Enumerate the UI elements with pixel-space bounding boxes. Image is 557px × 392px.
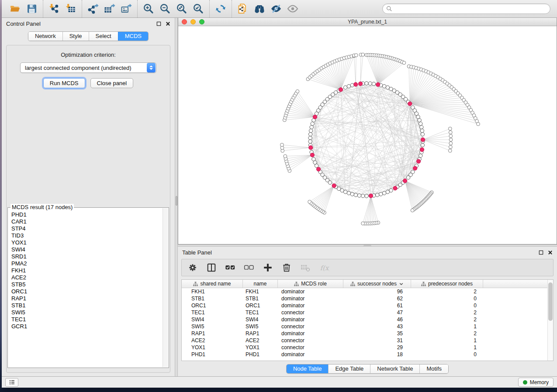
mcds-result-item[interactable]: YOX1 [11, 239, 162, 246]
mcds-result-item[interactable]: TEC1 [11, 316, 162, 323]
horizontal-splitter[interactable] [178, 244, 557, 247]
scrollbar-thumb[interactable] [548, 282, 553, 321]
cell-shared-name: FKH1 [182, 288, 243, 295]
open-file-button[interactable] [7, 1, 24, 16]
cell-successor-nodes: 18 [343, 351, 411, 358]
split-columns-button[interactable] [206, 262, 217, 273]
mcds-result-item[interactable]: CAR1 [11, 218, 162, 225]
splitter-grip[interactable] [363, 245, 371, 247]
network-canvas[interactable] [178, 26, 557, 244]
tab-select[interactable]: Select [89, 32, 118, 41]
mcds-result-item[interactable]: ACE2 [11, 274, 162, 281]
export-image-button[interactable] [118, 1, 135, 16]
close-panel-icon[interactable] [547, 250, 553, 255]
mcds-result-item[interactable]: PMA2 [11, 260, 162, 267]
network-window-titlebar[interactable]: YPA_prune.txt_1 [178, 18, 557, 26]
float-panel-icon[interactable] [156, 21, 161, 26]
import-table-icon [65, 3, 76, 14]
search-box[interactable] [382, 3, 550, 14]
cell-MCDS-role: connector [278, 323, 343, 330]
tab-network[interactable]: Network [28, 32, 62, 41]
table-row[interactable]: ORC1ORC1dominator610 [182, 302, 553, 309]
table-panel: Table Panel f(x) shared namenameMCDS rol… [178, 247, 557, 376]
close-panel-icon[interactable] [165, 21, 170, 26]
column-header-name[interactable]: name [243, 280, 278, 288]
export-network-button[interactable] [85, 1, 101, 16]
column-header-MCDS-role[interactable]: MCDS role [278, 280, 343, 288]
refresh-view-button[interactable] [212, 1, 229, 16]
mcds-result-item[interactable]: STB5 [11, 281, 162, 288]
mcds-result-item[interactable]: ORC1 [11, 288, 162, 295]
optimization-criterion-select[interactable]: largest connected component (undirected) [20, 62, 156, 73]
zoom-fit-button[interactable] [173, 1, 190, 16]
table-row[interactable]: SWI5SWI5connector431 [182, 323, 553, 330]
mcds-result-item[interactable]: GCR1 [11, 323, 162, 330]
cell-successor-nodes: 62 [343, 295, 411, 302]
mcds-result-item[interactable]: RAP1 [11, 295, 162, 302]
float-panel-icon[interactable] [538, 250, 543, 255]
zoom-out-button[interactable] [157, 1, 173, 16]
toolbar-group [43, 0, 82, 17]
column-header-successor-nodes[interactable]: successor nodes [343, 280, 411, 288]
mcds-result-item[interactable]: TID3 [11, 232, 162, 239]
mcds-result-item[interactable]: PHD1 [11, 211, 162, 218]
select-all-button[interactable] [225, 262, 236, 273]
add-row-icon [263, 262, 273, 273]
gear-button[interactable] [187, 262, 198, 273]
splitter-grip[interactable] [176, 196, 177, 206]
cell-predecessor-nodes: 2 [411, 330, 483, 337]
first-neighbors-button[interactable] [251, 1, 268, 16]
zoom-in-button[interactable] [140, 1, 157, 16]
zoom-fit-icon [176, 3, 187, 14]
show-details-button[interactable] [284, 1, 301, 16]
table-row[interactable]: SWI4SWI4dominator462 [182, 316, 553, 323]
close-panel-button[interactable]: Close panel [90, 78, 134, 88]
mcds-result-item[interactable]: SRD1 [11, 253, 162, 260]
table-row[interactable]: YOX1YOX1connector291 [182, 344, 553, 351]
add-row-button[interactable] [262, 262, 273, 273]
run-mcds-button[interactable]: Run MCDS [43, 78, 85, 88]
table-row[interactable]: ACE2ACE2connector311 [182, 337, 553, 344]
column-header-shared-name[interactable]: shared name [182, 280, 243, 288]
table-row[interactable]: FKH1FKH1dominator962 [182, 288, 553, 295]
tab-node-table[interactable]: Node Table [287, 364, 329, 373]
table-header-row: shared namenameMCDS rolesuccessor nodesp… [182, 280, 553, 288]
tab-mcds[interactable]: MCDS [118, 32, 148, 41]
cell-predecessor-nodes: 1 [411, 323, 483, 330]
mcds-result-list: PHD1CAR1STP4TID3YOX1SWI4SRD1PMA2FKH1ACE2… [11, 211, 162, 367]
mcds-result-item[interactable]: STP4 [11, 225, 162, 232]
memory-button[interactable]: Memory [518, 378, 554, 387]
table-scrollbar[interactable] [547, 280, 553, 361]
column-header-predecessor-nodes[interactable]: predecessor nodes [411, 280, 483, 288]
export-table-button[interactable] [101, 1, 118, 16]
deselect-all-button[interactable] [243, 262, 255, 273]
mcds-result-item[interactable]: SWI4 [11, 246, 162, 253]
task-history-button[interactable] [5, 378, 18, 387]
import-table-button[interactable] [62, 1, 79, 16]
cell-name: RAP1 [243, 330, 278, 337]
vertical-splitter[interactable] [175, 18, 178, 376]
table-row[interactable]: STB1STB1dominator620 [182, 295, 553, 302]
zoom-selected-button[interactable] [190, 1, 207, 16]
tab-style[interactable]: Style [62, 32, 89, 41]
save-session-button[interactable] [24, 1, 40, 16]
table-row[interactable]: RAP1RAP1dominator352 [182, 330, 553, 337]
network-from-document-button[interactable] [235, 1, 251, 16]
table-row[interactable]: TEC1TEC1connector472 [182, 309, 553, 316]
tab-motifs[interactable]: Motifs [419, 364, 448, 373]
tab-network-table[interactable]: Network Table [370, 364, 419, 373]
network-graph[interactable] [178, 26, 557, 244]
mcds-result-item[interactable]: SWI5 [11, 309, 162, 316]
import-network-button[interactable] [46, 1, 62, 16]
table-row[interactable]: PHD1PHD1dominator180 [182, 351, 553, 358]
cell-MCDS-role: dominator [278, 302, 343, 309]
mcds-result-item[interactable]: STB1 [11, 302, 162, 309]
search-input[interactable] [394, 6, 547, 12]
hide-details-button[interactable] [268, 1, 284, 16]
mcds-list-scrollbar[interactable] [163, 208, 168, 367]
cell-name: STB1 [243, 295, 278, 302]
delete-row-button[interactable] [281, 262, 292, 273]
tab-edge-table[interactable]: Edge Table [328, 364, 370, 373]
toolbar-group [82, 0, 137, 17]
mcds-result-item[interactable]: FKH1 [11, 267, 162, 274]
